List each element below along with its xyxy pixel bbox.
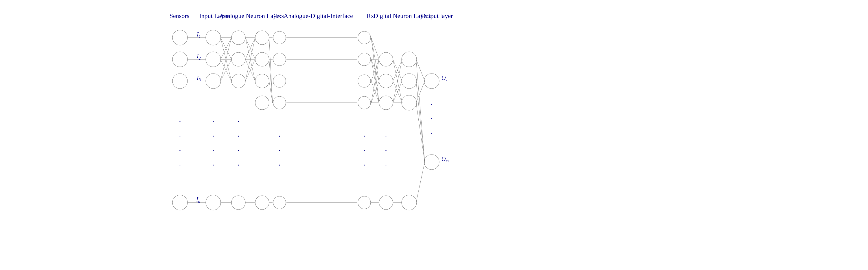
anlh1-dots-4: · xyxy=(238,160,240,170)
input-dots-2: · xyxy=(212,132,214,141)
output-layer-label: Output layer xyxy=(421,12,453,20)
rx-label: Rx xyxy=(367,12,374,20)
background xyxy=(0,0,868,270)
out-dots-2: · xyxy=(431,114,433,123)
anlh1-dots-3: · xyxy=(238,146,240,155)
sensor-dots-3: · xyxy=(179,146,181,155)
adi-label: Analogue-Digital-Interface xyxy=(283,12,353,20)
out-dots-1: · xyxy=(431,100,433,109)
tx-dots-2: · xyxy=(279,146,281,155)
tx-dots-3: · xyxy=(279,160,281,170)
anlh1-dots-1: · xyxy=(238,117,240,126)
out-dots-3: · xyxy=(431,129,433,138)
sensor-dots-2: · xyxy=(179,132,181,141)
digh1-dots-3: · xyxy=(385,160,387,170)
tx-label: Tx xyxy=(274,12,281,20)
digh1-dots-2: · xyxy=(385,146,387,155)
neural-network-diagram: Sensors Input Layer Analogue Neuron Laye… xyxy=(0,0,868,270)
input-dots-1: · xyxy=(212,117,214,126)
sensor-dots-4: · xyxy=(179,160,181,170)
anlh1-dots-2: · xyxy=(238,132,240,141)
tx-dots-1: · xyxy=(279,132,281,141)
input-dots-4: · xyxy=(212,160,214,170)
rx-dots-2: · xyxy=(363,146,365,155)
sensor-dots: · xyxy=(179,117,181,126)
digh1-dots-1: · xyxy=(385,132,387,141)
rx-dots-3: · xyxy=(363,160,365,170)
input-dots-3: · xyxy=(212,146,214,155)
sensors-label: Sensors xyxy=(169,12,189,20)
rx-dots-1: · xyxy=(363,132,365,141)
